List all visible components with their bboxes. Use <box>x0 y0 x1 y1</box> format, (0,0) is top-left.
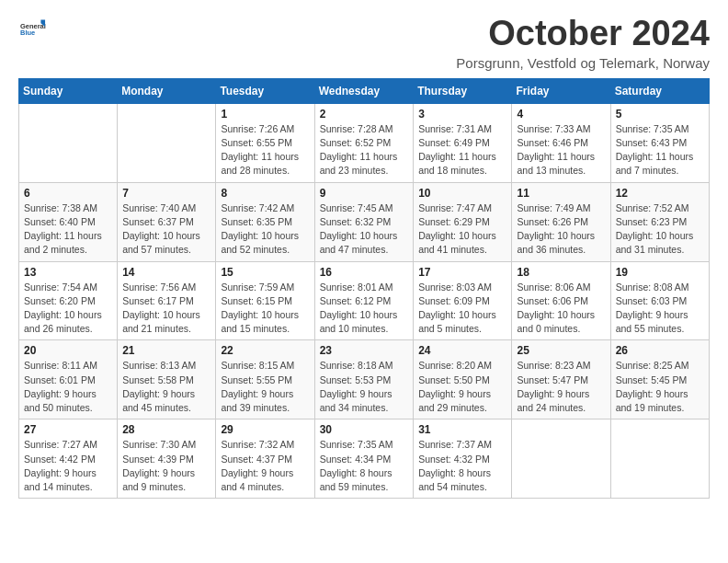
calendar-cell: 26Sunrise: 8:25 AM Sunset: 5:45 PM Dayli… <box>610 340 709 419</box>
day-detail: Sunrise: 7:37 AM Sunset: 4:32 PM Dayligh… <box>418 438 506 494</box>
calendar-cell: 21Sunrise: 8:13 AM Sunset: 5:58 PM Dayli… <box>118 340 216 419</box>
day-number: 21 <box>122 344 210 357</box>
day-number: 11 <box>517 187 605 200</box>
day-number: 16 <box>320 266 409 279</box>
day-number: 9 <box>320 187 409 200</box>
logo-general-text: General Blue <box>18 15 46 44</box>
calendar-cell: 13Sunrise: 7:54 AM Sunset: 6:20 PM Dayli… <box>19 261 118 340</box>
day-detail: Sunrise: 7:38 AM Sunset: 6:40 PM Dayligh… <box>24 201 112 258</box>
day-number: 30 <box>320 423 409 436</box>
day-detail: Sunrise: 8:11 AM Sunset: 6:01 PM Dayligh… <box>24 359 112 415</box>
calendar-header-row: SundayMondayTuesdayWednesdayThursdayFrid… <box>19 78 710 103</box>
day-number: 4 <box>517 108 605 121</box>
calendar-cell: 18Sunrise: 8:06 AM Sunset: 6:06 PM Dayli… <box>512 261 610 340</box>
weekday-header: Friday <box>512 78 610 103</box>
calendar-cell: 30Sunrise: 7:35 AM Sunset: 4:34 PM Dayli… <box>314 419 414 499</box>
day-detail: Sunrise: 8:23 AM Sunset: 5:47 PM Dayligh… <box>517 359 605 415</box>
day-number: 5 <box>616 108 704 121</box>
day-detail: Sunrise: 8:20 AM Sunset: 5:50 PM Dayligh… <box>418 359 506 415</box>
calendar-cell: 22Sunrise: 8:15 AM Sunset: 5:55 PM Dayli… <box>216 340 314 419</box>
day-detail: Sunrise: 7:26 AM Sunset: 6:55 PM Dayligh… <box>221 122 309 178</box>
day-number: 24 <box>418 344 506 357</box>
day-detail: Sunrise: 7:35 AM Sunset: 4:34 PM Dayligh… <box>320 438 409 494</box>
calendar-cell: 19Sunrise: 8:08 AM Sunset: 6:03 PM Dayli… <box>610 261 709 340</box>
day-number: 6 <box>24 187 112 200</box>
day-detail: Sunrise: 7:28 AM Sunset: 6:52 PM Dayligh… <box>320 122 409 178</box>
title-section: October 2024 Porsgrunn, Vestfold og Tele… <box>456 15 710 71</box>
calendar-cell: 20Sunrise: 8:11 AM Sunset: 6:01 PM Dayli… <box>19 340 118 419</box>
calendar-week-row: 27Sunrise: 7:27 AM Sunset: 4:42 PM Dayli… <box>19 419 710 499</box>
day-number: 13 <box>24 266 112 279</box>
calendar-week-row: 6Sunrise: 7:38 AM Sunset: 6:40 PM Daylig… <box>19 182 710 261</box>
day-detail: Sunrise: 8:15 AM Sunset: 5:55 PM Dayligh… <box>221 359 309 415</box>
day-detail: Sunrise: 7:49 AM Sunset: 6:26 PM Dayligh… <box>517 201 605 258</box>
day-number: 2 <box>320 108 409 121</box>
weekday-header: Thursday <box>414 78 512 103</box>
day-detail: Sunrise: 7:54 AM Sunset: 6:20 PM Dayligh… <box>24 281 112 337</box>
day-number: 28 <box>122 423 210 436</box>
day-detail: Sunrise: 7:27 AM Sunset: 4:42 PM Dayligh… <box>24 438 112 494</box>
calendar-cell: 11Sunrise: 7:49 AM Sunset: 6:26 PM Dayli… <box>512 182 610 261</box>
day-number: 22 <box>221 344 309 357</box>
day-number: 3 <box>418 108 506 121</box>
calendar-table: SundayMondayTuesdayWednesdayThursdayFrid… <box>18 78 710 499</box>
calendar-cell: 23Sunrise: 8:18 AM Sunset: 5:53 PM Dayli… <box>314 340 414 419</box>
day-detail: Sunrise: 7:42 AM Sunset: 6:35 PM Dayligh… <box>221 201 309 258</box>
day-number: 7 <box>122 187 210 200</box>
day-detail: Sunrise: 7:56 AM Sunset: 6:17 PM Dayligh… <box>122 281 210 337</box>
day-detail: Sunrise: 8:01 AM Sunset: 6:12 PM Dayligh… <box>320 281 409 337</box>
calendar-cell: 7Sunrise: 7:40 AM Sunset: 6:37 PM Daylig… <box>118 182 216 261</box>
calendar-week-row: 20Sunrise: 8:11 AM Sunset: 6:01 PM Dayli… <box>19 340 710 419</box>
day-detail: Sunrise: 8:18 AM Sunset: 5:53 PM Dayligh… <box>320 359 409 415</box>
calendar-cell: 27Sunrise: 7:27 AM Sunset: 4:42 PM Dayli… <box>19 419 118 499</box>
day-detail: Sunrise: 8:06 AM Sunset: 6:06 PM Dayligh… <box>517 281 605 337</box>
calendar-cell: 24Sunrise: 8:20 AM Sunset: 5:50 PM Dayli… <box>414 340 512 419</box>
day-number: 20 <box>24 344 112 357</box>
weekday-header: Saturday <box>610 78 709 103</box>
day-number: 31 <box>418 423 506 436</box>
day-number: 18 <box>517 266 605 279</box>
calendar-cell: 5Sunrise: 7:35 AM Sunset: 6:43 PM Daylig… <box>610 103 709 182</box>
calendar-cell <box>610 419 709 499</box>
calendar-cell: 8Sunrise: 7:42 AM Sunset: 6:35 PM Daylig… <box>216 182 314 261</box>
calendar-cell: 25Sunrise: 8:23 AM Sunset: 5:47 PM Dayli… <box>512 340 610 419</box>
calendar-cell: 29Sunrise: 7:32 AM Sunset: 4:37 PM Dayli… <box>216 419 314 499</box>
calendar-cell: 16Sunrise: 8:01 AM Sunset: 6:12 PM Dayli… <box>314 261 414 340</box>
day-number: 29 <box>221 423 309 436</box>
day-detail: Sunrise: 7:31 AM Sunset: 6:49 PM Dayligh… <box>418 122 506 178</box>
calendar-cell: 31Sunrise: 7:37 AM Sunset: 4:32 PM Dayli… <box>414 419 512 499</box>
day-detail: Sunrise: 7:33 AM Sunset: 6:46 PM Dayligh… <box>517 122 605 178</box>
day-number: 19 <box>616 266 704 279</box>
month-title: October 2024 <box>456 15 710 53</box>
day-detail: Sunrise: 7:59 AM Sunset: 6:15 PM Dayligh… <box>221 281 309 337</box>
day-detail: Sunrise: 7:35 AM Sunset: 6:43 PM Dayligh… <box>616 122 704 178</box>
day-number: 27 <box>24 423 112 436</box>
day-detail: Sunrise: 8:13 AM Sunset: 5:58 PM Dayligh… <box>122 359 210 415</box>
day-number: 23 <box>320 344 409 357</box>
day-detail: Sunrise: 7:47 AM Sunset: 6:29 PM Dayligh… <box>418 201 506 258</box>
calendar-cell: 17Sunrise: 8:03 AM Sunset: 6:09 PM Dayli… <box>414 261 512 340</box>
calendar-cell: 6Sunrise: 7:38 AM Sunset: 6:40 PM Daylig… <box>19 182 118 261</box>
calendar-cell: 2Sunrise: 7:28 AM Sunset: 6:52 PM Daylig… <box>314 103 414 182</box>
page-header: General Blue October 2024 Porsgrunn, Ves… <box>18 15 710 71</box>
day-detail: Sunrise: 7:45 AM Sunset: 6:32 PM Dayligh… <box>320 201 409 258</box>
calendar-cell <box>118 103 216 182</box>
calendar-week-row: 1Sunrise: 7:26 AM Sunset: 6:55 PM Daylig… <box>19 103 710 182</box>
day-detail: Sunrise: 7:40 AM Sunset: 6:37 PM Dayligh… <box>122 201 210 258</box>
day-detail: Sunrise: 8:03 AM Sunset: 6:09 PM Dayligh… <box>418 281 506 337</box>
calendar-cell: 3Sunrise: 7:31 AM Sunset: 6:49 PM Daylig… <box>414 103 512 182</box>
calendar-cell: 15Sunrise: 7:59 AM Sunset: 6:15 PM Dayli… <box>216 261 314 340</box>
weekday-header: Wednesday <box>314 78 414 103</box>
day-detail: Sunrise: 7:30 AM Sunset: 4:39 PM Dayligh… <box>122 438 210 494</box>
day-detail: Sunrise: 8:25 AM Sunset: 5:45 PM Dayligh… <box>616 359 704 415</box>
day-detail: Sunrise: 7:32 AM Sunset: 4:37 PM Dayligh… <box>221 438 309 494</box>
day-number: 17 <box>418 266 506 279</box>
calendar-cell: 4Sunrise: 7:33 AM Sunset: 6:46 PM Daylig… <box>512 103 610 182</box>
calendar-week-row: 13Sunrise: 7:54 AM Sunset: 6:20 PM Dayli… <box>19 261 710 340</box>
day-number: 10 <box>418 187 506 200</box>
location-subtitle: Porsgrunn, Vestfold og Telemark, Norway <box>456 55 710 71</box>
day-detail: Sunrise: 8:08 AM Sunset: 6:03 PM Dayligh… <box>616 281 704 337</box>
day-number: 15 <box>221 266 309 279</box>
calendar-cell <box>512 419 610 499</box>
calendar-cell <box>19 103 118 182</box>
